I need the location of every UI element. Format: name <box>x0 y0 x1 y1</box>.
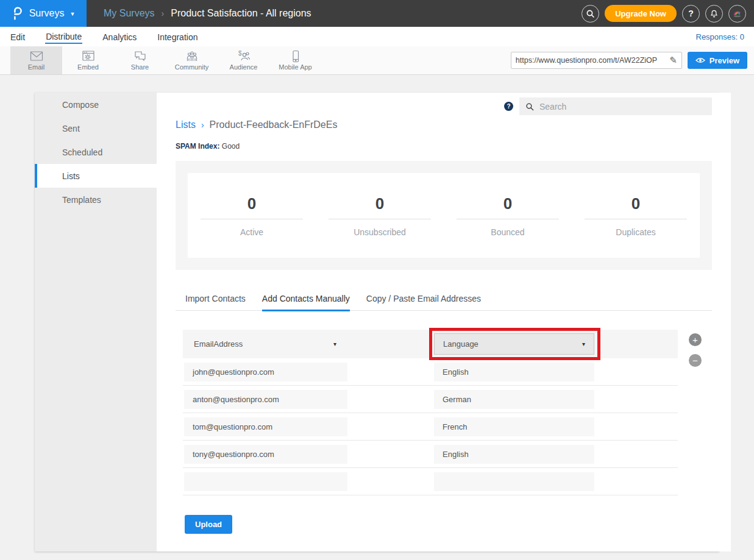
email-input[interactable] <box>184 472 347 491</box>
tool-embed[interactable]: Embed <box>62 46 114 74</box>
survey-title: Product Satisfaction - All regions <box>171 8 311 19</box>
tool-label: Mobile App <box>279 63 311 71</box>
stat-value: 0 <box>247 194 256 213</box>
topbar-actions: Upgrade Now ? <box>582 5 746 23</box>
breadcrumb-my-surveys[interactable]: My Surveys <box>104 8 155 19</box>
chevron-down-icon: ▾ <box>333 341 336 347</box>
help-button[interactable]: ? <box>682 5 700 23</box>
tab-add-contacts-manually[interactable]: Add Contacts Manually <box>262 290 350 311</box>
tool-label: Audience <box>230 63 258 71</box>
browser-gear-icon <box>81 50 96 63</box>
divider <box>201 219 303 219</box>
nav-item-edit[interactable]: Edit <box>10 30 26 43</box>
row-controls: + − <box>689 333 702 367</box>
survey-nav: Edit Distribute Analytics Integration Re… <box>0 27 754 46</box>
language-input[interactable] <box>434 445 594 464</box>
survey-url-input[interactable] <box>516 56 669 65</box>
sidebar-item-templates[interactable]: Templates <box>35 188 157 211</box>
email-input[interactable] <box>184 445 347 464</box>
chevron-down-icon: ▼ <box>69 11 75 17</box>
product-name: Surveys <box>29 8 65 19</box>
contact-row <box>183 441 678 468</box>
email-input[interactable] <box>184 417 347 436</box>
nav-item-analytics[interactable]: Analytics <box>102 30 137 43</box>
survey-url-box: ✎ <box>511 52 682 69</box>
tab-copy-paste-email-addresses[interactable]: Copy / Paste Email Addresses <box>366 290 481 311</box>
language-input[interactable] <box>434 472 594 491</box>
tab-import-contacts[interactable]: Import Contacts <box>185 290 246 311</box>
email-field-dropdown[interactable]: EmailAddress ▾ <box>183 339 347 349</box>
language-input[interactable] <box>434 417 594 436</box>
svg-text:$: $ <box>238 50 242 57</box>
distribute-toolbar: Email Embed Share <box>0 46 754 75</box>
upgrade-now-button[interactable]: Upgrade Now <box>605 5 677 22</box>
people-group-icon <box>185 50 199 63</box>
tool-email[interactable]: Email <box>10 46 62 74</box>
sidebar-item-compose[interactable]: Compose <box>35 93 157 116</box>
breadcrumb: My Surveys › Product Satisfaction - All … <box>104 8 311 19</box>
dollar-people-icon: $ <box>237 50 251 63</box>
remove-row-button[interactable]: − <box>689 354 702 367</box>
divider <box>585 219 687 219</box>
search-icon <box>586 9 595 18</box>
language-input[interactable] <box>434 363 594 381</box>
divider <box>329 219 431 219</box>
sidebar-item-lists[interactable]: Lists <box>35 164 157 188</box>
nav-item-distribute[interactable]: Distribute <box>45 29 82 44</box>
add-contacts-form: EmailAddress ▾ Language ▾ + − <box>183 330 678 534</box>
tool-mobile-app[interactable]: Mobile App <box>269 46 321 74</box>
email-input[interactable] <box>184 390 347 409</box>
contact-row <box>183 386 678 413</box>
spam-index-label: SPAM Index: <box>176 142 219 151</box>
add-row-button[interactable]: + <box>689 333 702 346</box>
nav-item-integration[interactable]: Integration <box>157 30 198 43</box>
email-field-label: EmailAddress <box>194 339 243 349</box>
sidebar-item-scheduled[interactable]: Scheduled <box>35 140 157 164</box>
stat-card-duplicates: 0 Duplicates <box>572 173 700 258</box>
upload-button[interactable]: Upload <box>185 515 232 534</box>
breadcrumb-lists-link[interactable]: Lists <box>176 119 196 130</box>
list-name: Product-Feedback-EnFrDeEs <box>210 119 338 130</box>
tool-community[interactable]: Community <box>166 46 218 74</box>
envelope-icon <box>29 50 44 63</box>
tool-audience[interactable]: $ Audience <box>218 46 269 74</box>
app-screen: Surveys ▼ My Surveys › Product Satisfact… <box>0 0 754 560</box>
stat-label: Duplicates <box>616 227 655 237</box>
search-input[interactable] <box>539 102 706 112</box>
language-input[interactable] <box>434 390 594 409</box>
help-icon[interactable]: ? <box>504 102 513 111</box>
sidebar-item-sent[interactable]: Sent <box>35 116 157 140</box>
stat-value: 0 <box>375 194 384 213</box>
lists-main: ? Lists › Product-Feedback-EnFrDeEs <box>157 93 731 551</box>
tool-share[interactable]: Share <box>114 46 166 74</box>
stat-card-active: 0 Active <box>188 173 316 258</box>
edit-url-icon[interactable]: ✎ <box>669 55 677 66</box>
notifications-button[interactable] <box>705 5 723 23</box>
stat-label: Unsubscribed <box>354 227 406 237</box>
language-field-label: Language <box>443 339 478 349</box>
language-field-dropdown[interactable]: Language ▾ <box>434 333 594 355</box>
topbar: Surveys ▼ My Surveys › Product Satisfact… <box>0 0 754 27</box>
breadcrumb-separator: › <box>162 9 165 18</box>
contact-row <box>183 358 678 386</box>
chat-bubbles-icon <box>133 50 148 63</box>
breadcrumb-separator: › <box>201 120 204 130</box>
stat-card-bounced: 0 Bounced <box>444 173 572 258</box>
search-button[interactable] <box>582 5 599 23</box>
chevron-down-icon: ▾ <box>582 341 585 347</box>
questionpro-logo-icon <box>12 5 24 21</box>
survey-url-area: ✎ Preview <box>511 46 747 74</box>
stat-label: Bounced <box>491 227 524 237</box>
field-mapping-row: EmailAddress ▾ Language ▾ + − <box>183 330 678 358</box>
spam-index: SPAM Index: Good <box>176 142 712 151</box>
preview-button[interactable]: Preview <box>688 52 747 69</box>
account-menu-button[interactable] <box>728 5 746 23</box>
responses-count[interactable]: Responses: 0 <box>696 32 745 41</box>
stat-value: 0 <box>631 194 640 213</box>
list-breadcrumb: Lists › Product-Feedback-EnFrDeEs <box>176 119 712 130</box>
product-switcher[interactable]: Surveys ▼ <box>0 0 87 27</box>
stat-value: 0 <box>503 194 512 213</box>
list-search-box <box>519 97 712 115</box>
tool-label: Email <box>28 63 45 71</box>
email-input[interactable] <box>184 363 347 381</box>
